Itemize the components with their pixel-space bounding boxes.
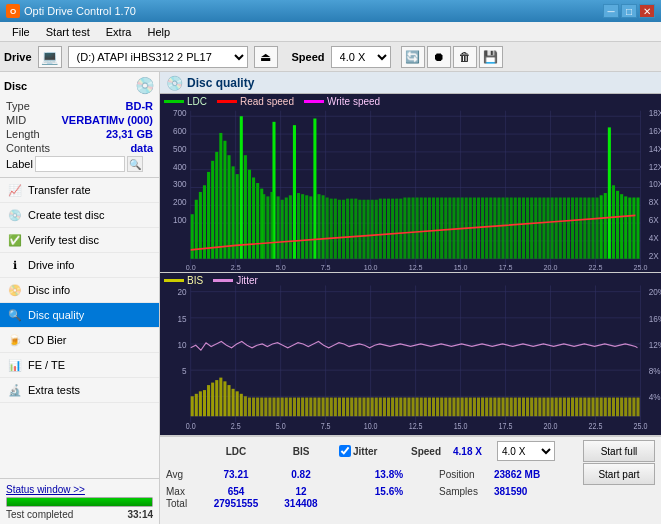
svg-rect-87 [346, 199, 349, 259]
svg-rect-145 [583, 198, 586, 259]
svg-rect-244 [383, 398, 386, 417]
svg-rect-223 [297, 398, 300, 417]
total-ldc: 27951555 [201, 498, 271, 509]
svg-rect-138 [555, 198, 558, 259]
sidebar-item-label-disc-info: Disc info [28, 284, 70, 296]
svg-rect-132 [530, 198, 533, 259]
avg-label: Avg [166, 469, 201, 480]
bottom-speed-select[interactable]: 4.0 X [497, 441, 555, 461]
jitter-checkbox[interactable] [339, 445, 351, 457]
svg-rect-283 [542, 398, 545, 417]
svg-rect-253 [420, 398, 423, 417]
menu-help[interactable]: Help [139, 25, 178, 39]
sidebar-item-transfer-rate[interactable]: 📈 Transfer rate [0, 178, 159, 203]
svg-text:12%: 12% [649, 339, 661, 350]
app-icon: O [6, 4, 20, 18]
max-label: Max [166, 486, 201, 497]
svg-text:22.5: 22.5 [589, 263, 603, 272]
svg-text:2.5: 2.5 [231, 263, 241, 272]
jitter-checkbox-area: Jitter [339, 445, 403, 457]
svg-rect-136 [546, 198, 549, 259]
status-text: Test completed [6, 509, 73, 520]
progress-bar [7, 498, 152, 506]
svg-rect-208 [236, 391, 239, 416]
svg-rect-221 [289, 398, 292, 417]
svg-rect-55 [219, 133, 222, 259]
svg-rect-302 [620, 398, 623, 417]
disc-mid-row: MID VERBATIMv (000) [4, 113, 155, 127]
svg-rect-212 [252, 398, 255, 417]
disc-label-input[interactable] [35, 156, 125, 172]
drive-select[interactable]: (D:) ATAPI iHBS312 2 PL17 [68, 46, 248, 68]
svg-rect-277 [518, 398, 521, 417]
svg-rect-263 [461, 398, 464, 417]
erase-icon-btn[interactable]: 🗑 [453, 46, 477, 68]
status-window-button[interactable]: Status window >> [6, 484, 85, 495]
titlebar-buttons: ─ □ ✕ [603, 4, 655, 18]
sidebar-item-create-test-disc[interactable]: 💿 Create test disc [0, 203, 159, 228]
svg-rect-147 [591, 198, 594, 259]
sidebar-item-disc-quality[interactable]: 🔍 Disc quality [0, 303, 159, 328]
sidebar-item-drive-info[interactable]: ℹ Drive info [0, 253, 159, 278]
sidebar-item-extra-tests[interactable]: 🔬 Extra tests [0, 378, 159, 403]
sidebar-item-fe-te[interactable]: 📊 FE / TE [0, 353, 159, 378]
svg-rect-99 [395, 199, 398, 259]
svg-rect-140 [563, 198, 566, 259]
content-header: 💿 Disc quality [160, 72, 661, 94]
transfer-rate-icon: 📈 [8, 183, 22, 197]
svg-rect-130 [522, 198, 525, 259]
chart1-svg: 700 600 500 400 300 200 100 18X 16X 14X … [160, 94, 661, 272]
menu-start-test[interactable]: Start test [38, 25, 98, 39]
max-bis: 12 [271, 486, 331, 497]
svg-rect-260 [448, 398, 451, 417]
record-icon-btn[interactable]: ⏺ [427, 46, 451, 68]
start-part-button[interactable]: Start part [583, 463, 655, 485]
svg-rect-278 [522, 398, 525, 417]
eject-button[interactable]: ⏏ [254, 46, 278, 68]
svg-rect-262 [457, 398, 460, 417]
svg-rect-82 [326, 198, 329, 259]
svg-rect-207 [232, 389, 235, 416]
minimize-button[interactable]: ─ [603, 4, 619, 18]
disc-quality-icon: 🔍 [8, 308, 22, 322]
svg-rect-101 [403, 198, 406, 259]
speed-col-header: Speed [411, 446, 451, 457]
svg-rect-127 [510, 198, 513, 259]
samples-label: Samples [439, 486, 494, 497]
ldc-legend-color [164, 100, 184, 103]
svg-rect-219 [281, 398, 284, 417]
disc-contents-value: data [130, 142, 153, 154]
svg-rect-142 [571, 198, 574, 259]
svg-text:17.5: 17.5 [499, 421, 513, 431]
save-icon-btn[interactable]: 💾 [479, 46, 503, 68]
sidebar-item-verify-test-disc[interactable]: ✅ Verify test disc [0, 228, 159, 253]
svg-rect-70 [266, 196, 269, 258]
svg-rect-227 [313, 398, 316, 417]
svg-text:12X: 12X [649, 161, 661, 171]
svg-rect-95 [379, 199, 382, 259]
svg-text:15: 15 [177, 313, 186, 324]
menu-extra[interactable]: Extra [98, 25, 140, 39]
menu-file[interactable]: File [4, 25, 38, 39]
svg-rect-246 [391, 398, 394, 417]
svg-rect-88 [350, 199, 353, 259]
maximize-button[interactable]: □ [621, 4, 637, 18]
disc-label-button[interactable]: 🔍 [127, 156, 143, 172]
nav-items: 📈 Transfer rate 💿 Create test disc ✅ Ver… [0, 178, 159, 478]
svg-rect-268 [481, 398, 484, 417]
svg-rect-229 [322, 398, 325, 417]
svg-text:22.5: 22.5 [589, 421, 603, 431]
disc-info-icon: 📀 [8, 283, 22, 297]
svg-rect-251 [412, 398, 415, 417]
refresh-icon-btn[interactable]: 🔄 [401, 46, 425, 68]
start-full-button[interactable]: Start full [583, 440, 655, 462]
svg-rect-269 [485, 398, 488, 417]
speed-select[interactable]: 4.0 X [331, 46, 391, 68]
sidebar-item-cd-bier[interactable]: 🍺 CD Bier [0, 328, 159, 353]
svg-text:4X: 4X [649, 233, 659, 243]
svg-rect-232 [334, 398, 337, 417]
svg-text:6X: 6X [649, 215, 659, 225]
status-time: 33:14 [127, 509, 153, 520]
sidebar-item-disc-info[interactable]: 📀 Disc info [0, 278, 159, 303]
close-button[interactable]: ✕ [639, 4, 655, 18]
